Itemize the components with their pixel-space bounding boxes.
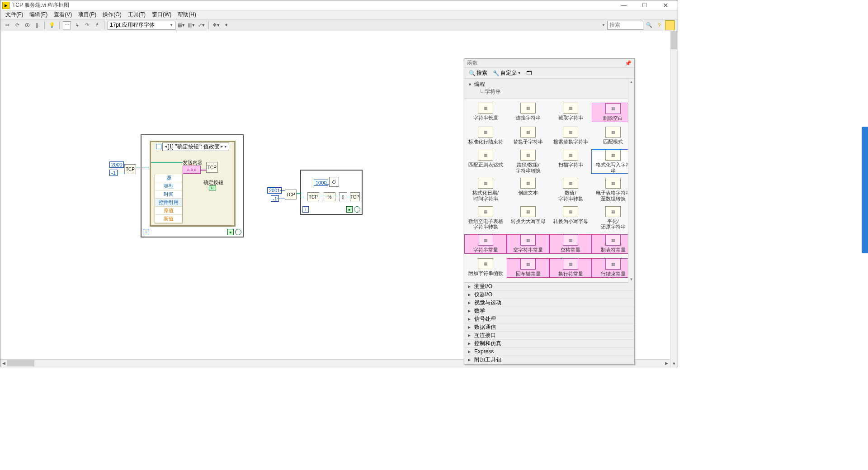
palette-customize[interactable]: 🔧 自定义 ▼: [491, 69, 523, 77]
loop1-cond[interactable]: [235, 229, 241, 235]
step-over-button[interactable]: ↷: [83, 21, 91, 29]
palette-item-10[interactable]: ▦扫描字符串: [549, 150, 592, 173]
palette-item-6[interactable]: ▦搜索替换字符串: [549, 127, 592, 145]
wait-ms-node[interactable]: ⏱: [329, 177, 339, 187]
bulb-icon[interactable]: 💡: [48, 21, 56, 29]
search-icon[interactable]: 🔍: [645, 21, 653, 29]
menu-window[interactable]: 窗口(W): [150, 10, 174, 19]
palette-item-9[interactable]: ▦路径/数组/字符串转换: [507, 150, 549, 173]
block-diagram-canvas[interactable]: 2000 -1 TCP ◀[1] "确定按钮": 值改变▶▼ 发送内容 a b …: [0, 31, 670, 367]
menu-view[interactable]: 查看(V): [52, 10, 74, 19]
palette-item-22[interactable]: ▦空格常量: [549, 234, 592, 254]
event-structure[interactable]: ◀[1] "确定按钮": 值改变▶▼ 发送内容 a b c TCP 确定按钮 T…: [150, 141, 236, 227]
palette-category-4[interactable]: ▶信号处理: [464, 315, 634, 323]
tcp-close-node[interactable]: TCP: [350, 192, 360, 201]
while-loop-1[interactable]: ◀[1] "确定按钮": 值改变▶▼ 发送内容 a b c TCP 确定按钮 T…: [141, 134, 244, 237]
minimize-button[interactable]: —: [613, 2, 634, 9]
help-icon[interactable]: ?: [655, 21, 663, 29]
palette-item-21[interactable]: ▦空字符串常量: [507, 234, 549, 254]
palette-item-14[interactable]: ▦数值/字符串转换: [549, 178, 592, 201]
tcp-open-node[interactable]: TCP: [285, 190, 297, 199]
palette-item-12[interactable]: ▦格式化日期/时间字符串: [464, 178, 507, 201]
palette-item-4[interactable]: ▦标准化行结束符: [464, 127, 507, 145]
palette-category-0[interactable]: ▶测量I/O: [464, 283, 634, 291]
const-1000[interactable]: 1000: [314, 180, 328, 186]
loop1-stop-terminal[interactable]: ■: [227, 229, 234, 235]
scroll-right-icon[interactable]: ▶: [663, 360, 670, 367]
palette-category-5[interactable]: ▶数据通信: [464, 323, 634, 332]
palette-search[interactable]: 🔍 搜索: [467, 69, 489, 77]
ok-button-terminal[interactable]: TF: [209, 185, 216, 190]
tree-sub[interactable]: └ 字符串: [468, 88, 634, 96]
menu-file[interactable]: 文件(F): [3, 10, 25, 19]
pin-icon[interactable]: 📌: [625, 60, 632, 66]
reorder-button[interactable]: ❖▾: [212, 21, 220, 29]
palette-item-18[interactable]: ▦转换为小写字母: [549, 206, 592, 230]
scroll-down-icon[interactable]: ▼: [670, 360, 678, 367]
chevron-right-icon: ▶: [468, 333, 472, 337]
run-button[interactable]: ⇨: [3, 21, 11, 29]
palette-item-2[interactable]: ▦截取字符串: [549, 103, 592, 122]
menu-help[interactable]: 帮助(H): [175, 10, 198, 19]
palette-item-1[interactable]: ▦连接字符串: [507, 103, 549, 122]
palette-scrollbar[interactable]: ▲ ▼: [628, 79, 634, 283]
palette-item-17[interactable]: ▦转换为大写字母: [507, 206, 549, 230]
run-cont-button[interactable]: ⟳: [13, 21, 21, 29]
distribute-button[interactable]: ▥▾: [187, 21, 195, 29]
align-button[interactable]: ▦▾: [177, 21, 185, 29]
menu-edit[interactable]: 编辑(E): [27, 10, 50, 19]
tcp-write-node[interactable]: TCP: [206, 162, 218, 173]
chevron-right-icon: ▶: [468, 301, 472, 305]
chevron-down-icon[interactable]: ▼: [602, 23, 605, 27]
palette-category-8[interactable]: ▶Express: [464, 348, 634, 356]
retain-wire-button[interactable]: ⋯: [63, 21, 71, 29]
palette-item-16[interactable]: ▦数组至电子表格字符串转换: [464, 206, 507, 230]
menu-project[interactable]: 项目(P): [76, 10, 99, 19]
cleanup-button[interactable]: ✦: [222, 21, 230, 29]
scroll-up-icon[interactable]: ▲: [628, 79, 634, 85]
loop2-cond[interactable]: [354, 206, 360, 213]
loop2-stop-terminal[interactable]: ■: [346, 206, 353, 213]
palette-category-7[interactable]: ▶控制和仿真: [464, 340, 634, 348]
palette-category-3[interactable]: ▶数学: [464, 307, 634, 315]
palette-item-25[interactable]: ▦回车键常量: [507, 258, 549, 278]
palette-item-label: 空格常量: [561, 247, 580, 253]
step-into-button[interactable]: ↳: [73, 21, 81, 29]
send-content-control[interactable]: a b c: [183, 166, 201, 174]
tree-root[interactable]: ▼编程: [468, 81, 634, 88]
palette-category-2[interactable]: ▶视觉与运动: [464, 299, 634, 307]
palette-item-20[interactable]: ▦字符串常量: [464, 234, 507, 254]
menu-tools[interactable]: 工具(T): [126, 10, 148, 19]
palette-item-8[interactable]: ▦匹配正则表达式: [464, 150, 507, 173]
palette-item-0[interactable]: ▦字符串长度: [464, 103, 507, 122]
palette-category-6[interactable]: ▶互连接口: [464, 332, 634, 340]
palette-view-button[interactable]: 🗔: [524, 70, 533, 76]
font-selector[interactable]: 17pt 应用程序字体 ▼: [108, 21, 175, 30]
palette-item-13[interactable]: ▦创建文本: [507, 178, 549, 201]
scroll-down-icon[interactable]: ▼: [628, 276, 634, 283]
h-scroll-thumb[interactable]: [7, 360, 34, 366]
palette-category-1[interactable]: ▶仪器I/O: [464, 291, 634, 299]
abort-button[interactable]: ⦿: [23, 21, 31, 29]
palette-item-26[interactable]: ▦换行符常量: [549, 258, 592, 278]
palette-item-icon: ▦: [478, 127, 493, 138]
palette-item-5[interactable]: ▦替换子字符串: [507, 127, 549, 145]
palette-item-label: 匹配正则表达式: [468, 162, 503, 168]
while-loop-2[interactable]: 1000 ⏱ TCP % ▯ TCP i ■: [300, 170, 363, 215]
maximize-button[interactable]: ☐: [634, 2, 655, 9]
v-scrollbar[interactable]: ▲ ▼: [670, 31, 678, 367]
v-scroll-thumb[interactable]: [671, 31, 677, 49]
step-out-button[interactable]: ↱: [93, 21, 101, 29]
pause-button[interactable]: ‖: [33, 21, 41, 29]
vi-icon[interactable]: [665, 20, 675, 30]
event-case-header[interactable]: ◀[1] "确定按钮": 值改变▶▼: [152, 143, 233, 150]
close-button[interactable]: ✕: [655, 1, 676, 9]
scroll-left-icon[interactable]: ◀: [0, 360, 7, 367]
palette-item-24[interactable]: ▦附加字符串函数: [464, 258, 507, 278]
menu-operate[interactable]: 操作(O): [100, 10, 123, 19]
palette-category-9[interactable]: ▶附加工具包: [464, 356, 634, 364]
tcp-listen-node[interactable]: TCP: [124, 164, 136, 174]
toolbar-search[interactable]: 搜索: [607, 21, 643, 30]
resize-button[interactable]: ⤢▾: [197, 21, 205, 29]
side-tab[interactable]: [862, 127, 868, 253]
